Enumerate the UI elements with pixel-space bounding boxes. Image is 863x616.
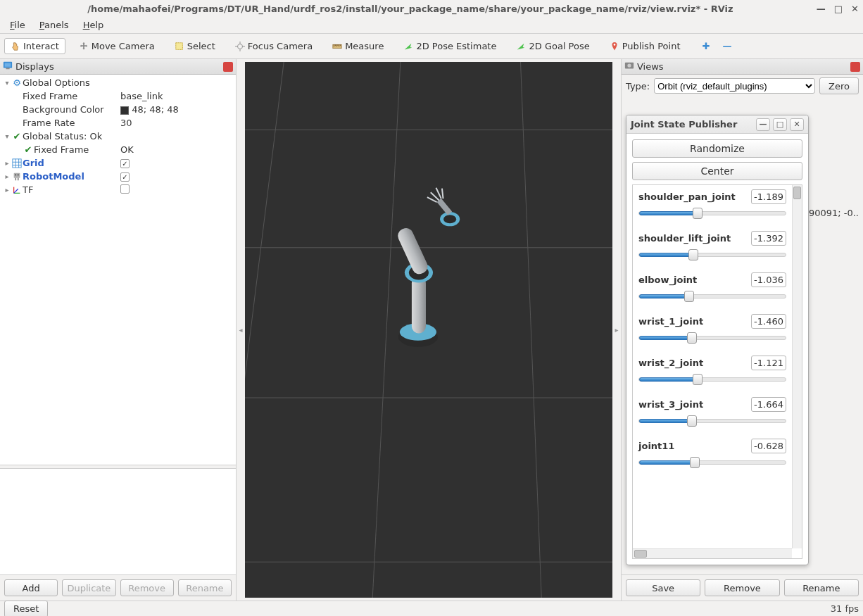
jsp-minimize-icon[interactable]: — [756, 118, 770, 131]
color-swatch [120, 106, 129, 115]
check-icon: ✔ [11, 131, 23, 142]
joint-slider[interactable] [638, 336, 786, 340]
jsp-center-button[interactable]: Center [632, 162, 802, 180]
views-zero-button[interactable]: Zero [819, 77, 859, 94]
grid-checkbox[interactable]: ✓ [120, 159, 130, 168]
joint-state-publisher-window[interactable]: Joint State Publisher — □ ✕ Randomize Ce… [626, 115, 809, 565]
tool-focus-camera[interactable]: Focus Camera [229, 38, 319, 54]
tree-row-grid[interactable]: ▸ Grid ✓ [0, 156, 236, 170]
tool-publish-point[interactable]: Publish Point [603, 38, 687, 54]
jsp-scrollbar-horizontal[interactable] [633, 548, 792, 558]
collapse-left-icon[interactable]: ◂ [237, 59, 245, 601]
displays-close-icon[interactable] [223, 62, 233, 72]
duplicate-button[interactable]: Duplicate [62, 579, 115, 596]
fps-display: 31 fps [831, 603, 859, 614]
views-panel-title: Views [637, 61, 664, 72]
plus-icon[interactable]: ✚ [702, 41, 710, 51]
jsp-title-text: Joint State Publisher [631, 119, 753, 130]
robotmodel-checkbox[interactable]: ✓ [120, 172, 130, 182]
views-rename-button[interactable]: Rename [784, 579, 859, 596]
svg-rect-5 [5, 63, 11, 67]
tool-publish-point-label: Publish Point [622, 41, 681, 51]
select-icon [175, 42, 184, 51]
displays-description [0, 469, 236, 574]
joint-slider[interactable] [638, 253, 786, 257]
views-save-button[interactable]: Save [626, 579, 700, 596]
remove-button[interactable]: Remove [120, 579, 174, 596]
svg-point-28 [443, 215, 456, 223]
tool-move-camera[interactable]: Move Camera [73, 38, 161, 54]
joint-slider[interactable] [638, 377, 786, 382]
joint-row: elbow_joint-1.036 [638, 272, 786, 298]
viewport-scene [245, 62, 612, 598]
tree-row-robotmodel[interactable]: ▸ RobotModel ✓ [0, 170, 236, 183]
joint-row: wrist_1_joint-1.460 [638, 314, 786, 340]
views-close-icon[interactable] [850, 62, 860, 72]
views-type-select[interactable]: Orbit (rviz_default_plugins) [654, 78, 815, 94]
joint-name: wrist_2_joint [638, 358, 703, 368]
window-close-icon[interactable]: ✕ [851, 4, 859, 14]
displays-tree[interactable]: ▾ ⚙ Global Options Fixed Frame base_link… [0, 75, 236, 465]
collapse-right-icon[interactable]: ▸ [612, 59, 621, 601]
rename-button[interactable]: Rename [178, 579, 232, 596]
menu-panels[interactable]: Panels [34, 18, 75, 32]
tree-row-bg-color[interactable]: Background Color 48; 48; 48 [0, 103, 236, 116]
joint-value-input[interactable]: -1.392 [751, 231, 786, 246]
joint-value-input[interactable]: -0.628 [751, 439, 786, 453]
3d-viewport[interactable] [245, 62, 612, 598]
views-remove-button[interactable]: Remove [705, 579, 779, 596]
jsp-randomize-button[interactable]: Randomize [632, 139, 802, 158]
tree-row-frame-rate[interactable]: Frame Rate 30 [0, 116, 236, 130]
jsp-titlebar[interactable]: Joint State Publisher — □ ✕ [626, 115, 808, 134]
tool-2d-goal-pose[interactable]: 2D Goal Pose [510, 38, 596, 54]
jsp-close-icon[interactable]: ✕ [790, 118, 804, 131]
tree-row-global-options[interactable]: ▾ ⚙ Global Options [0, 76, 236, 89]
menu-file[interactable]: File [4, 18, 31, 32]
joint-slider[interactable] [638, 419, 786, 423]
robot-icon [11, 172, 23, 182]
menu-help[interactable]: Help [77, 18, 110, 32]
ruler-icon [332, 42, 342, 51]
svg-rect-11 [15, 177, 16, 180]
joint-slider[interactable] [638, 211, 786, 215]
jsp-maximize-icon[interactable]: □ [773, 118, 787, 131]
displays-panel-header[interactable]: Displays [0, 59, 236, 75]
joint-name: elbow_joint [638, 275, 697, 285]
window-titlebar: /home/mahaofei/Programs/DT/UR_Hand/urdf_… [0, 0, 863, 17]
tool-interact[interactable]: Interact [4, 38, 65, 54]
views-panel-header[interactable]: Views [622, 59, 863, 75]
svg-point-9 [15, 174, 16, 175]
tool-2d-pose-estimate[interactable]: 2D Pose Estimate [397, 38, 503, 54]
svg-point-3 [613, 44, 615, 46]
menubar: File Panels Help [0, 17, 863, 34]
joint-value-input[interactable]: -1.664 [751, 397, 786, 412]
joint-row: wrist_3_joint-1.664 [638, 397, 786, 423]
joint-value-input[interactable]: -1.460 [751, 314, 786, 329]
tool-focus-camera-label: Focus Camera [248, 41, 313, 51]
tool-2d-pose-estimate-label: 2D Pose Estimate [416, 41, 496, 51]
statusbar: Reset 31 fps [0, 601, 863, 616]
svg-line-17 [245, 62, 284, 598]
svg-rect-29 [437, 199, 453, 215]
reset-button[interactable]: Reset [4, 601, 48, 617]
joint-slider[interactable] [638, 460, 786, 465]
tf-checkbox[interactable] [120, 184, 130, 194]
jsp-scrollbar-vertical[interactable] [792, 185, 802, 548]
tree-row-fixed-frame[interactable]: Fixed Frame base_link [0, 89, 236, 103]
joint-slider[interactable] [638, 294, 786, 298]
tool-measure[interactable]: Measure [326, 38, 390, 54]
tree-row-fixed-frame-status[interactable]: ✔ Fixed Frame OK [0, 143, 236, 156]
joint-value-input[interactable]: -1.036 [751, 272, 786, 287]
window-minimize-icon[interactable]: — [817, 4, 826, 14]
svg-rect-7 [13, 158, 21, 167]
add-button[interactable]: Add [4, 579, 58, 596]
views-row-text: 90091; -0.. [809, 208, 859, 218]
joint-value-input[interactable]: -1.121 [751, 356, 786, 370]
joint-value-input[interactable]: -1.189 [751, 189, 786, 204]
tree-row-tf[interactable]: ▸ TF [0, 183, 236, 196]
tool-select[interactable]: Select [168, 38, 222, 54]
tree-row-global-status[interactable]: ▾ ✔ Global Status: Ok [0, 130, 236, 143]
minus-icon[interactable]: — [722, 41, 731, 51]
window-maximize-icon[interactable]: □ [834, 4, 843, 14]
svg-point-1 [237, 44, 242, 49]
